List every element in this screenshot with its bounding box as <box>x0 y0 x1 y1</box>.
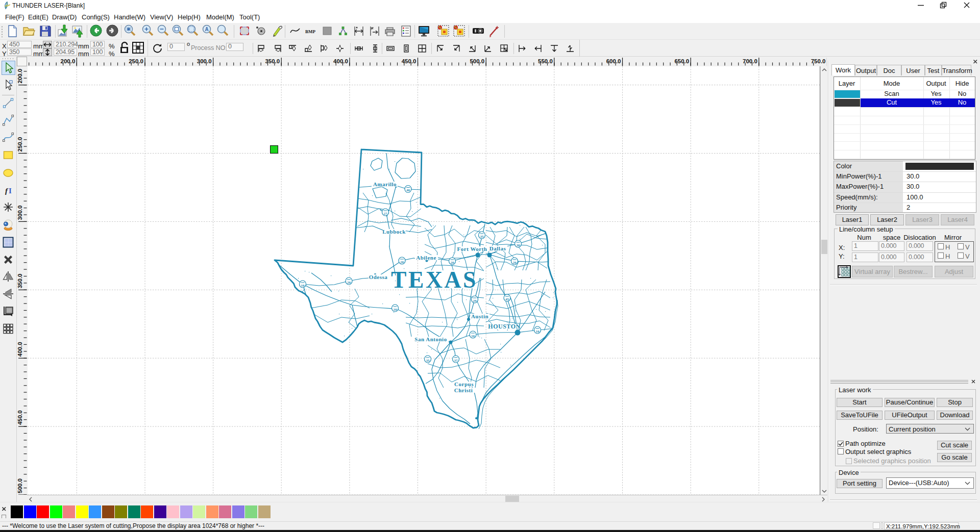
svg-text:20: 20 <box>400 260 404 264</box>
svg-text:Odessa: Odessa <box>369 274 388 280</box>
svg-text:750.0: 750.0 <box>811 58 826 64</box>
svg-text:29: 29 <box>473 299 477 303</box>
svg-text:300.0: 300.0 <box>17 206 23 220</box>
svg-text:400.0: 400.0 <box>333 58 348 64</box>
svg-text:20: 20 <box>347 281 351 285</box>
svg-text:Amarillo: Amarillo <box>373 181 397 187</box>
svg-text:10: 10 <box>536 330 540 334</box>
svg-text:600.0: 600.0 <box>606 58 621 64</box>
svg-text:200.0: 200.0 <box>61 58 76 64</box>
svg-text:350.0: 350.0 <box>17 274 23 289</box>
svg-text:37: 37 <box>454 359 458 363</box>
svg-text:Lubbock: Lubbock <box>382 229 406 235</box>
svg-text:500.0: 500.0 <box>17 478 23 493</box>
svg-text:Austin: Austin <box>471 313 488 319</box>
svg-text:450.0: 450.0 <box>402 58 416 64</box>
svg-text:10: 10 <box>301 284 305 288</box>
svg-text:Christi: Christi <box>454 387 473 393</box>
svg-text:A: A <box>205 27 208 32</box>
svg-text:20: 20 <box>451 261 455 265</box>
svg-text:500.0: 500.0 <box>470 58 484 64</box>
svg-text:45: 45 <box>505 297 509 301</box>
svg-text:TEXAS: TEXAS <box>391 267 478 293</box>
svg-text:Abilene: Abilene <box>416 255 436 261</box>
svg-text:550.0: 550.0 <box>538 58 553 64</box>
svg-text:350.0: 350.0 <box>265 58 280 64</box>
svg-text:700.0: 700.0 <box>743 58 757 64</box>
svg-text:650.0: 650.0 <box>674 58 689 64</box>
svg-text:HOUSTON: HOUSTON <box>488 323 520 330</box>
svg-text:10: 10 <box>394 308 398 312</box>
svg-text:35: 35 <box>426 359 430 363</box>
svg-text:San Antonio: San Antonio <box>414 336 447 342</box>
svg-text:30: 30 <box>517 243 521 247</box>
svg-text:Fort Worth: Fort Worth <box>457 246 487 252</box>
svg-text:400.0: 400.0 <box>17 342 23 357</box>
svg-text:450.0: 450.0 <box>17 410 23 425</box>
svg-text:40: 40 <box>406 188 410 192</box>
svg-text:f: f <box>5 187 9 195</box>
svg-text:Corpus: Corpus <box>454 381 474 387</box>
svg-text:10: 10 <box>471 334 475 338</box>
svg-text:300.0: 300.0 <box>197 58 212 64</box>
svg-text:BMP: BMP <box>305 29 315 34</box>
svg-text:250.0: 250.0 <box>129 58 143 64</box>
svg-text:I: I <box>9 187 12 195</box>
svg-text:200.0: 200.0 <box>17 69 23 84</box>
svg-text:35: 35 <box>480 235 484 239</box>
svg-text:20: 20 <box>513 261 517 265</box>
svg-text:250.0: 250.0 <box>17 137 23 152</box>
svg-text:Dallas: Dallas <box>489 245 506 251</box>
svg-text:27: 27 <box>384 212 388 216</box>
